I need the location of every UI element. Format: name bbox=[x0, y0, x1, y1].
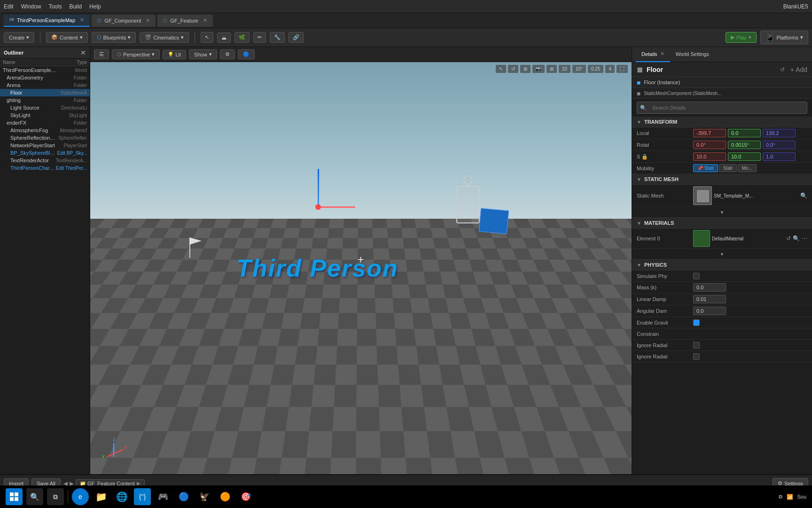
outliner-row[interactable]: TextRenderActor TextRenderA... bbox=[0, 157, 90, 164]
ue5-icon-4[interactable]: 🟠 bbox=[217, 488, 234, 505]
enable-gravity-checkbox[interactable] bbox=[693, 319, 700, 326]
menu-window[interactable]: Window bbox=[21, 3, 41, 10]
material-options-icon[interactable]: ⋯ bbox=[802, 235, 807, 242]
outliner-floor-row[interactable]: Floor StaticMeshA bbox=[0, 89, 90, 96]
cinematics-button[interactable]: 🎬 Cinematics ▾ bbox=[140, 32, 188, 43]
stationary-mobility-btn[interactable]: Stati bbox=[719, 164, 737, 172]
outliner-row[interactable]: ghting Folder bbox=[0, 96, 90, 104]
grid-toggle[interactable]: ⊞ bbox=[547, 65, 557, 73]
translate-btn[interactable]: ↖ bbox=[496, 65, 506, 73]
location-z-input[interactable] bbox=[763, 129, 796, 137]
movable-mobility-btn[interactable]: Mo... bbox=[738, 164, 757, 172]
foliage-mode-btn[interactable]: 🌿 bbox=[234, 32, 250, 43]
static-mobility-btn[interactable]: 📌 Stati bbox=[693, 164, 718, 172]
simulate-physics-checkbox[interactable] bbox=[693, 273, 700, 279]
brush-mode-btn[interactable]: ✏ bbox=[253, 32, 266, 43]
location-y-input[interactable] bbox=[728, 129, 761, 137]
ue5-icon-3[interactable]: 🦅 bbox=[196, 488, 213, 505]
blueprints-button[interactable]: ⬡ Blueprints ▾ bbox=[92, 32, 136, 43]
scale-y-input[interactable] bbox=[728, 152, 761, 161]
outliner-close[interactable]: ✕ bbox=[80, 49, 86, 56]
lit-btn[interactable]: 💡 Lit bbox=[163, 50, 186, 59]
outliner-light-source-row[interactable]: Light Source DirectionalLi bbox=[0, 104, 90, 111]
outliner-row[interactable]: Arena Folder bbox=[0, 81, 90, 89]
material-search-icon[interactable]: 🔍 bbox=[793, 235, 800, 242]
outliner-row[interactable]: AtmosphericFog Atmosphericf bbox=[0, 127, 90, 134]
outliner-list[interactable]: ThirdPersonExampleMap (Edi World ArenaGe… bbox=[0, 66, 90, 474]
search-taskbar-btn[interactable]: 🔍 bbox=[26, 488, 43, 505]
task-view-btn[interactable]: ⧉ bbox=[47, 488, 64, 505]
viewport-area[interactable]: ☰ ⬡ Perspective ▾ 💡 Lit Show ▾ ⚙ 🔵 bbox=[90, 47, 632, 474]
perspective-btn[interactable]: ⬡ Perspective ▾ bbox=[112, 49, 160, 59]
platforms-button[interactable]: 📱 Platforms ▾ bbox=[760, 31, 808, 44]
start-button[interactable] bbox=[6, 488, 23, 505]
details-add-icon[interactable]: + Add bbox=[790, 66, 807, 73]
anim-mode-btn[interactable]: 🔗 bbox=[289, 32, 304, 43]
angle-snap[interactable]: 10° bbox=[572, 65, 586, 73]
scale-snap[interactable]: 0.25 bbox=[588, 65, 603, 73]
tab-map[interactable]: 🗺 ThirdPersonExampleMap ✕ bbox=[4, 15, 90, 27]
details-close[interactable]: ✕ bbox=[660, 51, 664, 57]
vscode-icon[interactable]: {''} bbox=[134, 488, 151, 505]
mesh-search-icon[interactable]: 🔍 bbox=[800, 192, 807, 199]
static-mesh-section-header[interactable]: ▼ STATIC MESH bbox=[632, 174, 812, 185]
tab-gf-feature[interactable]: ⬡ GF_Feature ✕ bbox=[157, 15, 212, 27]
menu-tools[interactable]: Tools bbox=[48, 3, 62, 10]
details-search-field[interactable]: 🔍 bbox=[637, 102, 807, 114]
physics-section-header[interactable]: ▼ PHYSICS bbox=[632, 260, 812, 270]
tab-world-settings[interactable]: World Settings bbox=[670, 47, 715, 62]
linear-damping-input[interactable] bbox=[693, 295, 726, 303]
rotate-btn[interactable]: ↺ bbox=[508, 65, 518, 73]
outliner-row[interactable]: ThirdPersonCharacter Edit ThirdPer... bbox=[0, 164, 90, 172]
mesh-paint-btn[interactable]: 🔧 bbox=[270, 32, 285, 43]
viewport-scene[interactable]: Third Person bbox=[90, 62, 632, 474]
ue5-icon-5[interactable]: 🎯 bbox=[237, 488, 254, 505]
outliner-row[interactable]: ThirdPersonExampleMap (Edi World bbox=[0, 66, 90, 74]
select-mode-btn[interactable]: ↖ bbox=[201, 32, 213, 43]
maximize-btn[interactable]: ⛶ bbox=[617, 65, 628, 73]
content-button[interactable]: 📦 Content ▾ bbox=[46, 32, 88, 43]
cam-fov[interactable]: 4 bbox=[605, 65, 615, 73]
ignore-radial-checkbox[interactable] bbox=[693, 342, 700, 349]
rotation-z-input[interactable] bbox=[763, 141, 796, 149]
floor-instance-row[interactable]: ◼ Floor (Instance) bbox=[632, 77, 812, 88]
material-browse-icon[interactable]: ↺ bbox=[786, 235, 791, 242]
viewport-menu-btn[interactable]: ☰ bbox=[94, 49, 109, 59]
outliner-row[interactable]: BP_SkySphereBluprint Edit BP_Sky... bbox=[0, 149, 90, 157]
camera-btn[interactable]: 🔵 bbox=[238, 49, 255, 59]
scale-btn[interactable]: ⊞ bbox=[520, 65, 531, 73]
show-btn[interactable]: Show ▾ bbox=[189, 49, 217, 59]
grid-size[interactable]: 10 bbox=[559, 65, 570, 73]
explorer-icon[interactable]: 📁 bbox=[93, 488, 109, 505]
materials-section-header[interactable]: ▼ MATERIALS bbox=[632, 218, 812, 229]
static-mesh-expand[interactable]: ▼ bbox=[632, 207, 812, 218]
land-mode-btn[interactable]: ⛰ bbox=[217, 32, 231, 43]
ue5-icon-2[interactable]: 🔵 bbox=[175, 488, 192, 505]
outliner-row[interactable]: NetworkPlayerStart PlayerStart bbox=[0, 142, 90, 149]
details-refresh-icon[interactable]: ↺ bbox=[780, 66, 785, 73]
edge-icon[interactable]: e bbox=[72, 488, 89, 505]
menu-build[interactable]: Build bbox=[69, 3, 82, 10]
outliner-row[interactable]: enderFX Folder bbox=[0, 119, 90, 127]
create-button[interactable]: Create ▾ bbox=[4, 32, 34, 43]
mass-input[interactable] bbox=[693, 283, 726, 292]
play-button[interactable]: ▶ Play ▾ bbox=[726, 32, 756, 43]
scale-z-input[interactable] bbox=[763, 152, 796, 161]
menu-edit[interactable]: Edit bbox=[4, 3, 14, 10]
settings-vp-btn[interactable]: ⚙ bbox=[220, 49, 235, 59]
outliner-row[interactable]: SphereReflectionCapture SphereReflec bbox=[0, 134, 90, 142]
outliner-row[interactable]: ArenaGeometry Folder bbox=[0, 74, 90, 81]
static-mesh-component-row[interactable]: ◼ StaticMeshComponent (StaticMesh... bbox=[632, 88, 812, 99]
tab-details[interactable]: Details ✕ bbox=[636, 47, 670, 62]
rotation-y-input[interactable] bbox=[728, 141, 761, 149]
details-search-input[interactable] bbox=[648, 103, 714, 112]
camera-speed-btn[interactable]: 📷 bbox=[532, 65, 545, 73]
location-x-input[interactable] bbox=[693, 129, 726, 137]
transform-section-header[interactable]: ▼ TRANSFORM bbox=[632, 117, 812, 127]
rotation-x-input[interactable] bbox=[693, 141, 726, 149]
source-control-icon[interactable]: ⚙ bbox=[778, 494, 783, 500]
menu-help[interactable]: Help bbox=[89, 3, 101, 10]
ignore-radial-checkbox-2[interactable] bbox=[693, 353, 700, 360]
scale-x-input[interactable] bbox=[693, 152, 726, 161]
angular-damping-input[interactable] bbox=[693, 307, 726, 315]
